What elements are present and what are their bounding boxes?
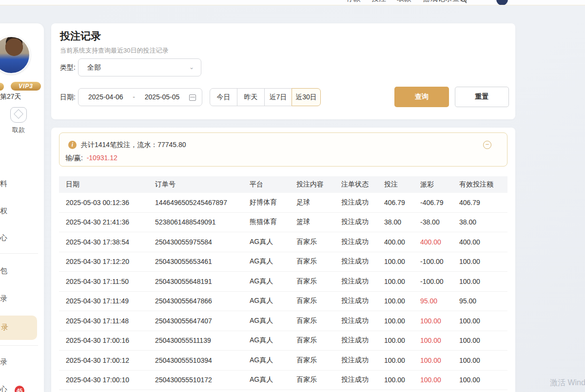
quick-date-button-group: 今日 昨天 近7日 近30日 — [210, 88, 321, 106]
sidebar-item-profile[interactable]: 料 — [0, 179, 38, 188]
table-row: 2025-04-30 17:00:16250430055511139AG真人百家… — [59, 331, 507, 351]
topnav-item-2[interactable]: 投注 — [371, 0, 386, 3]
cell-payout: 100.00 — [420, 336, 459, 344]
cell-bet: 406.79 — [384, 199, 420, 206]
sidebar-item-bet-records-active[interactable]: 录 — [0, 316, 37, 340]
topnav-item-1[interactable]: 存款 — [346, 0, 361, 3]
cell-valid-bet: 400.00 — [459, 238, 507, 246]
summary-alert: i 共计1414笔投注，流水：77745.80 输/赢: -10931.12 − — [59, 132, 507, 167]
quick-date-30days[interactable]: 近30日 — [292, 88, 321, 106]
cell-valid-bet: 100.00 — [459, 258, 507, 265]
cell-valid-bet: 95.00 — [459, 297, 507, 305]
sidebar: VIP3 第27天 取款 料 权 心 包 录 录 录 心 45 — [0, 23, 44, 392]
col-order: 订单号 — [155, 180, 250, 189]
collapse-icon[interactable]: − — [483, 141, 491, 149]
cell-order: 250430055647866 — [155, 297, 250, 305]
cell-order: 250430055975584 — [155, 238, 250, 246]
col-bet: 投注 — [384, 180, 420, 189]
membership-day-label: 第27天 — [0, 93, 21, 101]
type-select[interactable]: 全部 ⌄ — [78, 58, 201, 76]
winloss-label: 输/赢: — [65, 154, 83, 162]
topnav-item-3[interactable]: 取款 — [397, 0, 411, 3]
table-row: 2025-04-30 17:00:10250430055510172AG真人百家… — [59, 371, 507, 391]
date-start-value: 2025-04-06 — [88, 89, 123, 106]
sidebar-withdraw-shortcut[interactable]: 取款 — [7, 107, 30, 134]
page-subtitle: 当前系统支持查询最近30日的投注记录 — [60, 46, 168, 55]
date-range-input[interactable]: 2025-04-06 - 2025-05-05 — [78, 88, 202, 106]
col-valid-bet: 有效投注额 — [459, 180, 507, 189]
cell-payout: 100.00 — [420, 376, 459, 384]
sidebar-item-deposit-records[interactable]: 录 — [0, 294, 38, 303]
cell-valid-bet: 100.00 — [459, 317, 507, 325]
user-avatar[interactable] — [0, 36, 30, 74]
vip-coin-icon — [0, 83, 4, 91]
cell-platform: AG真人 — [250, 356, 296, 365]
sidebar-divider — [0, 253, 38, 254]
table-row: 2025-04-30 17:12:20250430055653461AG真人百家… — [59, 252, 507, 272]
reset-button[interactable]: 重置 — [455, 87, 509, 107]
cell-platform: AG真人 — [250, 257, 296, 266]
cell-platform: AG真人 — [250, 317, 296, 325]
chevron-down-icon: ⌄ — [189, 59, 194, 76]
cell-status: 投注成功 — [341, 218, 384, 226]
table-header: 日期 订单号 平台 投注内容 注单状态 投注 派彩 有效投注额 — [59, 176, 507, 193]
table-row: 2025-05-03 00:12:361446496505245467897好博… — [59, 193, 507, 213]
cell-bet: 100.00 — [384, 376, 420, 384]
cell-date: 2025-04-30 17:12:20 — [66, 258, 155, 265]
search-icon[interactable] — [460, 0, 467, 5]
sidebar-active-label: 录 — [1, 323, 8, 332]
quick-date-yesterday[interactable]: 昨天 — [237, 88, 265, 106]
date-range-separator: - — [133, 89, 135, 106]
sidebar-item-privileges[interactable]: 权 — [0, 206, 38, 216]
type-label: 类型: — [60, 63, 76, 72]
cell-status: 投注成功 — [341, 317, 384, 325]
cell-status: 投注成功 — [341, 336, 384, 345]
sidebar-divider — [0, 345, 38, 346]
quick-date-today[interactable]: 今日 — [210, 88, 237, 106]
col-payout: 派彩 — [420, 180, 459, 189]
cell-status: 投注成功 — [341, 198, 384, 207]
withdraw-label: 取款 — [7, 126, 30, 134]
cell-platform: AG真人 — [250, 297, 296, 305]
cell-bet: 400.00 — [384, 238, 420, 246]
sidebar-item-wallet[interactable]: 包 — [0, 266, 38, 276]
search-button[interactable]: 查询 — [394, 87, 449, 107]
cell-valid-bet: 38.00 — [459, 218, 507, 226]
cell-bet: 100.00 — [384, 258, 420, 265]
cell-content: 百家乐 — [296, 238, 341, 246]
cell-payout: -406.79 — [420, 199, 459, 206]
cell-valid-bet: 100.00 — [459, 278, 507, 285]
date-label: 日期: — [60, 93, 76, 102]
cell-valid-bet: 406.79 — [459, 199, 507, 206]
cell-date: 2025-04-30 17:00:12 — [66, 356, 155, 364]
sidebar-item-center[interactable]: 心 — [0, 233, 38, 243]
filter-panel: 投注记录 当前系统支持查询最近30日的投注记录 类型: 全部 ⌄ 日期: 202… — [51, 23, 515, 119]
cell-order: 1446496505245467897 — [155, 199, 250, 206]
cell-order: 250430055510394 — [155, 356, 250, 364]
cell-content: 足球 — [296, 198, 341, 207]
cell-payout: 100.00 — [420, 356, 459, 364]
topbar-avatar[interactable] — [496, 0, 508, 5]
cell-content: 百家乐 — [296, 375, 341, 384]
quick-date-7days[interactable]: 近7日 — [264, 88, 292, 106]
cell-content: 篮球 — [296, 218, 341, 226]
summary-totals: 共计1414笔投注，流水：77745.80 — [81, 141, 186, 149]
table-row: 2025-04-30 17:11:50250430055648191AG真人百家… — [59, 272, 507, 292]
sidebar-item-withdraw-records[interactable]: 录 — [0, 357, 38, 367]
cell-valid-bet: 100.00 — [459, 356, 507, 364]
summary-winloss: 输/赢: -10931.12 — [65, 154, 117, 163]
cell-date: 2025-04-30 17:11:48 — [66, 317, 155, 325]
cell-platform: AG真人 — [250, 238, 296, 246]
col-status: 注单状态 — [341, 180, 384, 189]
date-end-value: 2025-05-05 — [145, 89, 180, 106]
cell-platform: AG真人 — [250, 375, 296, 384]
type-select-value: 全部 — [87, 63, 101, 71]
info-icon: i — [68, 141, 77, 149]
cell-bet: 100.00 — [384, 356, 420, 364]
cell-platform: 好博体育 — [250, 198, 296, 207]
cell-content: 百家乐 — [296, 317, 341, 325]
cell-content: 百家乐 — [296, 277, 341, 286]
cell-content: 百家乐 — [296, 336, 341, 345]
cell-content: 百家乐 — [296, 257, 341, 266]
cell-order: 5238061488549091 — [155, 218, 250, 226]
